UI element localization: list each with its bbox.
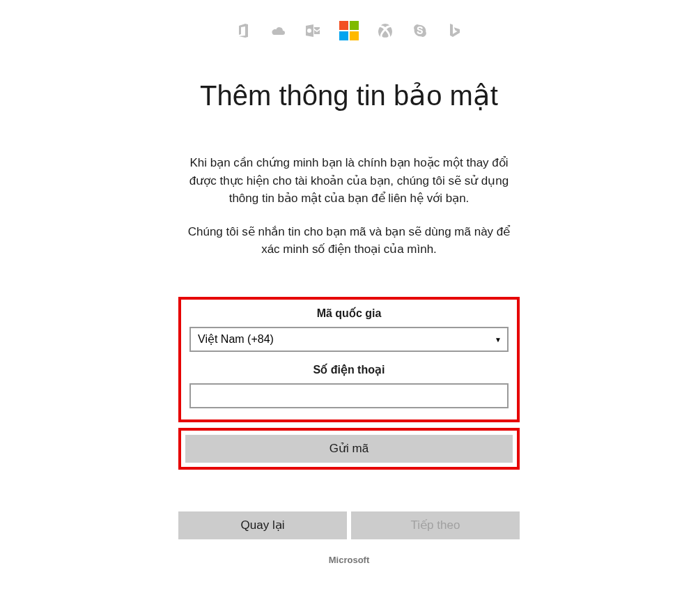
phone-number-input[interactable] [189, 383, 509, 408]
country-code-select[interactable]: Việt Nam (+84) [189, 327, 509, 352]
phone-number-field: Số điện thoại [189, 363, 509, 408]
send-code-button[interactable]: Gửi mã [185, 435, 513, 463]
xbox-icon [377, 22, 394, 39]
form-highlight-box: Mã quốc gia Việt Nam (+84) ▼ Số điện tho… [178, 297, 520, 422]
page-title: Thêm thông tin bảo mật [178, 79, 520, 112]
phone-number-label: Số điện thoại [189, 363, 509, 376]
outlook-icon [304, 22, 321, 39]
back-button[interactable]: Quay lại [178, 511, 347, 539]
navigation-buttons: Quay lại Tiếp theo [178, 511, 520, 539]
next-button[interactable]: Tiếp theo [351, 511, 520, 539]
country-code-label: Mã quốc gia [189, 307, 509, 320]
description-text-1: Khi bạn cần chứng minh bạn là chính bạn … [178, 154, 520, 208]
skype-icon [412, 22, 428, 39]
bing-icon [447, 22, 463, 39]
service-icons-row [0, 0, 698, 40]
country-code-select-wrapper: Việt Nam (+84) ▼ [189, 327, 509, 352]
microsoft-logo-icon [339, 21, 359, 40]
footer-brand: Microsoft [178, 555, 520, 565]
send-code-highlight-box: Gửi mã [178, 428, 520, 470]
onedrive-icon [270, 22, 286, 39]
description-text-2: Chúng tôi sẽ nhắn tin cho bạn mã và bạn … [178, 223, 520, 259]
main-content: Thêm thông tin bảo mật Khi bạn cần chứng… [178, 79, 520, 565]
office-icon [235, 22, 251, 39]
country-code-field: Mã quốc gia Việt Nam (+84) ▼ [189, 307, 509, 352]
